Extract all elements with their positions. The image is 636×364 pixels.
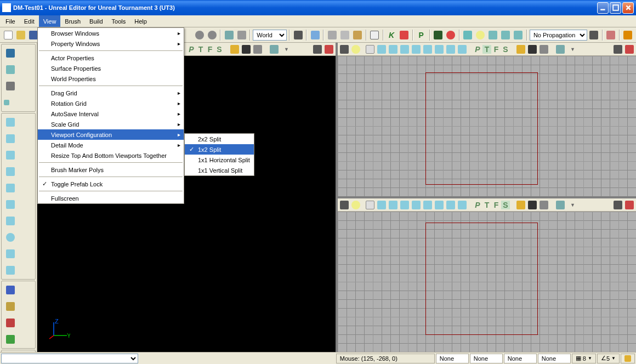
view-p-tr-icon[interactable]: P — [473, 45, 482, 54]
maximize-button[interactable] — [610, 2, 621, 14]
menu-file[interactable]: File — [1, 15, 20, 27]
prefab-alt-icon[interactable] — [433, 29, 444, 41]
detail6-tr-icon[interactable] — [457, 44, 468, 55]
joystick2-tr-icon[interactable] — [612, 44, 623, 55]
d4-br-icon[interactable] — [434, 200, 445, 211]
build-paths-icon[interactable] — [487, 29, 499, 41]
csg-subtract-icon[interactable] — [3, 299, 18, 314]
chevron-down-icon[interactable]: ▼ — [284, 47, 289, 52]
show-icon[interactable] — [252, 44, 263, 55]
squint-icon[interactable] — [269, 44, 280, 55]
menu-tools[interactable]: Tools — [107, 15, 130, 27]
sheet-brush-icon[interactable] — [3, 197, 18, 212]
d2-br-icon[interactable] — [411, 200, 422, 211]
push-icon[interactable] — [588, 29, 600, 41]
lock-tr-icon[interactable] — [515, 44, 526, 55]
view-t-br-icon[interactable]: T — [482, 201, 491, 209]
view-menu-item[interactable]: Scale Grid — [38, 119, 184, 129]
player-br-icon[interactable] — [624, 200, 635, 211]
status-combo[interactable] — [1, 354, 138, 363]
submenu-item[interactable]: 2x2 Split — [185, 134, 254, 144]
chevron-br-icon[interactable]: ▼ — [570, 202, 575, 208]
view-menu-item[interactable]: Toggle Prefab Lock — [38, 179, 184, 189]
joystick2-br-icon[interactable] — [612, 200, 623, 211]
bulb-br-icon[interactable] — [350, 200, 361, 211]
view-menu-item[interactable]: Rotation Grid — [38, 98, 184, 109]
d3-br-icon[interactable] — [422, 200, 433, 211]
lock-br-icon[interactable] — [515, 200, 526, 211]
linear-stair-icon[interactable] — [3, 180, 18, 196]
view-menu-item[interactable]: Resize Top And Bottom Viewports Together — [38, 150, 184, 161]
view-p-br-icon[interactable]: P — [473, 201, 482, 209]
transform-icon[interactable] — [223, 29, 235, 41]
chevron-tr-icon[interactable]: ▼ — [570, 47, 575, 52]
view-perspective-icon[interactable]: P — [187, 45, 196, 54]
joystick-icon[interactable] — [312, 44, 323, 55]
drag-grid-toggle[interactable]: ▦ 8 ▼ — [572, 354, 596, 363]
bulb-tr-icon[interactable] — [350, 44, 361, 55]
d6-br-icon[interactable] — [457, 200, 468, 211]
view-f-tr-icon[interactable]: F — [492, 45, 501, 54]
sphere-brush-icon[interactable] — [3, 230, 18, 245]
open-icon[interactable] — [15, 29, 26, 41]
world-combo[interactable]: World — [253, 30, 287, 41]
new-icon[interactable] — [2, 29, 14, 41]
build-cover-icon[interactable] — [500, 29, 512, 41]
volumetric-brush-icon[interactable] — [3, 263, 18, 278]
rt-tr-icon[interactable] — [527, 44, 538, 55]
cut-icon[interactable] — [326, 29, 338, 41]
overlay-icon[interactable] — [3, 95, 10, 110]
view-side-icon[interactable]: S — [215, 45, 224, 54]
rt-br-icon[interactable] — [527, 200, 538, 211]
view-menu-item[interactable]: Viewport Configuration — [38, 129, 184, 140]
undo-icon[interactable] — [194, 29, 205, 41]
build-lighting-icon[interactable] — [475, 29, 486, 41]
menu-build[interactable]: Build — [85, 15, 107, 27]
camera-mode-icon[interactable] — [3, 46, 18, 61]
submenu-item[interactable]: 1x1 Vertical Split — [185, 165, 254, 175]
menu-help[interactable]: Help — [130, 15, 151, 27]
view-menu-item[interactable]: Actor Properties — [38, 53, 184, 63]
view-menu-item[interactable]: Brush Marker Polys — [38, 164, 184, 175]
view-menu-item[interactable]: Detail Mode — [38, 140, 184, 150]
lit-br-icon[interactable] — [388, 200, 399, 211]
view-front-icon[interactable]: F — [206, 45, 214, 54]
player-tr-icon[interactable] — [624, 44, 635, 55]
wire-br-icon[interactable] — [365, 200, 376, 211]
view-menu-item[interactable]: Surface Properties — [38, 63, 184, 73]
unlit-br-icon[interactable] — [376, 200, 387, 211]
autosave-toggle[interactable] — [621, 354, 635, 363]
prefab-icon[interactable]: P — [416, 29, 427, 41]
view-s-br-icon[interactable]: S — [501, 201, 510, 209]
menu-view[interactable]: View — [39, 15, 61, 27]
realtime-icon[interactable] — [241, 44, 252, 55]
unlit-tr-icon[interactable] — [376, 44, 387, 55]
prefab-lock-icon[interactable] — [445, 29, 457, 41]
d5-br-icon[interactable] — [445, 200, 456, 211]
dropdown-icon[interactable] — [19, 78, 27, 94]
build-all-icon[interactable] — [513, 29, 524, 41]
show-br-icon[interactable] — [538, 200, 549, 211]
curved-stair-icon[interactable] — [3, 147, 18, 163]
csg-intersect-icon[interactable] — [3, 315, 18, 331]
joystick-tr-icon[interactable] — [339, 44, 350, 55]
viewport-br-canvas[interactable] — [338, 212, 636, 352]
view-s-tr-icon[interactable]: S — [501, 45, 510, 54]
misc-icon[interactable] — [622, 29, 634, 41]
terrain-mode-icon[interactable] — [3, 78, 18, 94]
propagation-combo[interactable]: No Propagation — [530, 30, 587, 41]
binoculars-icon[interactable] — [292, 29, 304, 41]
view-t-tr-icon[interactable]: T — [482, 45, 491, 54]
close-button[interactable] — [622, 2, 634, 14]
geometry-mode-icon[interactable] — [3, 62, 18, 77]
show-tr-icon[interactable] — [538, 44, 549, 55]
squint-br-icon[interactable] — [555, 200, 566, 211]
d1-br-icon[interactable] — [399, 200, 410, 211]
csg-deintersect-icon[interactable] — [3, 332, 18, 347]
view-menu-item[interactable]: Drag Grid — [38, 88, 184, 98]
squint-tr-icon[interactable] — [555, 44, 566, 55]
kismet-icon[interactable]: K — [386, 29, 398, 41]
detail2-tr-icon[interactable] — [411, 44, 422, 55]
viewport-tr-canvas[interactable] — [338, 56, 636, 196]
paste-icon[interactable] — [352, 29, 364, 41]
